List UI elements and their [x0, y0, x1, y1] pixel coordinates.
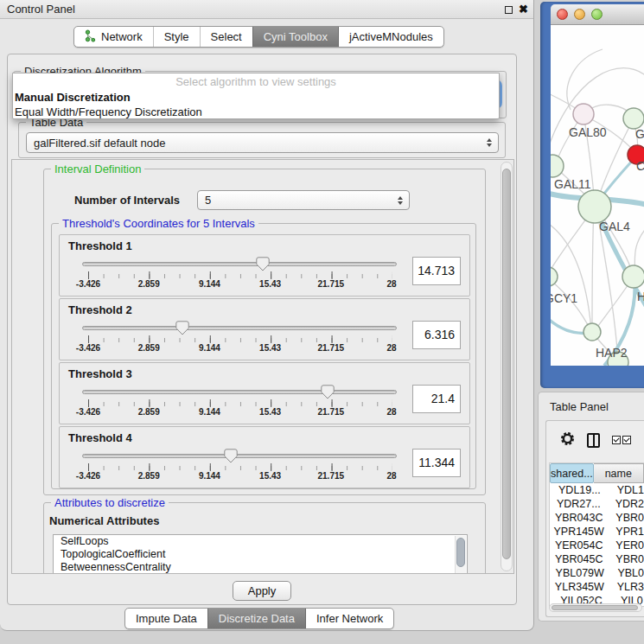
- node-label-partial-g: G: [635, 127, 644, 141]
- slider-ticks: [88, 271, 392, 279]
- tab-jactivemnodules[interactable]: jActiveMNodules: [338, 27, 443, 47]
- network-canvas[interactable]: GAL80 G C GAL11 GAL4 GCY1 H HAP2: [551, 25, 644, 366]
- tab-style-label: Style: [164, 30, 189, 43]
- tab-cyni-toolbox[interactable]: Cyni Toolbox: [252, 27, 338, 47]
- network-view-window: GAL80 G C GAL11 GAL4 GCY1 H HAP2: [540, 2, 644, 388]
- control-panel-titlebar: Control Panel ✖: [0, 0, 533, 19]
- threshold-4-box: Threshold 4 -3.426 2.859 9.144: [59, 426, 470, 488]
- slider-thumb[interactable]: [321, 385, 335, 399]
- node-gal11[interactable]: [551, 155, 564, 177]
- network-icon: [85, 29, 96, 45]
- number-of-intervals-label: Number of Intervals: [74, 194, 180, 207]
- node-label-hap2: HAP2: [596, 346, 628, 360]
- number-of-intervals-combobox[interactable]: 5: [197, 190, 410, 210]
- zoom-traffic-light[interactable]: [591, 9, 603, 20]
- list-scrollbar[interactable]: [455, 536, 466, 574]
- list-item[interactable]: SelfLoops: [54, 535, 467, 548]
- slider-track[interactable]: [82, 326, 397, 330]
- cyni-main-panel: Discretization Algorithm Select algorith…: [7, 54, 517, 605]
- threshold-1-box: Threshold 1 -3.426 2.859 9.144: [59, 234, 470, 296]
- threshold-3-label: Threshold 3: [68, 367, 461, 380]
- tab-network[interactable]: Network: [74, 27, 153, 47]
- column-settings-icon[interactable]: [587, 433, 600, 448]
- table-row[interactable]: YDL19...YDL1: [550, 483, 644, 497]
- slider-thumb[interactable]: [224, 449, 238, 463]
- checkbox-icon-1[interactable]: [612, 436, 621, 444]
- node-label-gal11: GAL11: [554, 177, 591, 191]
- network-window-titlebar: [551, 4, 644, 25]
- thresholds-group: Threshold's Coordinates for 5 Intervals …: [51, 223, 476, 489]
- algorithm-option-equal-width[interactable]: Equal Width/Frequency Discretization: [13, 105, 499, 119]
- node-gal4[interactable]: [578, 190, 611, 223]
- apply-button[interactable]: Apply: [233, 581, 291, 601]
- slider-track[interactable]: [82, 262, 397, 266]
- node-hap2[interactable]: [583, 323, 601, 341]
- table-row[interactable]: YBR043CYBR0: [550, 511, 644, 525]
- threshold-4-value-field[interactable]: 11.344: [412, 449, 461, 477]
- slider-track[interactable]: [82, 454, 397, 458]
- attributes-group: Attributes to discretize Numerical Attri…: [43, 502, 486, 574]
- node-pink[interactable]: [573, 104, 594, 124]
- threshold-1-value-field[interactable]: 14.713: [412, 257, 461, 285]
- top-tab-bar: Network Style Select Cyni Toolbox jActiv…: [73, 26, 444, 48]
- tab-infer-network[interactable]: Infer Network: [305, 609, 393, 628]
- table-horizontal-scrollbar[interactable]: [549, 603, 642, 612]
- threshold-2-value-field[interactable]: 6.316: [412, 321, 461, 349]
- tab-impute-data[interactable]: Impute Data: [125, 609, 207, 628]
- node-h[interactable]: [622, 265, 644, 288]
- close-traffic-light[interactable]: [557, 9, 568, 20]
- slider-ticks: [88, 335, 392, 343]
- gear-icon[interactable]: [560, 431, 575, 450]
- threshold-4-slider[interactable]: -3.426 2.859 9.144 15.43 21.715 28: [80, 447, 399, 481]
- table-data-combobox[interactable]: galFiltered.sif default node: [26, 132, 499, 153]
- list-item[interactable]: TopologicalCoefficient: [54, 548, 467, 561]
- slider-tick-labels: -3.426 2.859 9.144 15.43 21.715 28: [88, 343, 392, 354]
- close-icon[interactable]: ✖: [519, 5, 528, 14]
- column-header-shared-name[interactable]: shared...: [550, 463, 594, 483]
- slider-thumb[interactable]: [175, 321, 189, 335]
- tab-discretize-data[interactable]: Discretize Data: [207, 609, 305, 628]
- table-toolbar: [546, 421, 644, 459]
- node-top-right[interactable]: [623, 108, 644, 129]
- table-row[interactable]: YBL079WYBL0: [550, 566, 644, 580]
- table-row[interactable]: YBR045CYBR0: [550, 552, 644, 566]
- threshold-2-box: Threshold 2 -3.426 2.859 9.144: [59, 298, 470, 360]
- table-panel-window: Table Panel shared... name YDL19...: [538, 392, 644, 622]
- table-row[interactable]: YER054CYER0: [550, 539, 644, 552]
- slider-track[interactable]: [82, 390, 397, 394]
- tab-style[interactable]: Style: [153, 27, 200, 47]
- tab-infer-network-label: Infer Network: [316, 612, 383, 625]
- settings-vertical-scrollbar[interactable]: [501, 162, 513, 571]
- algorithm-option-manual[interactable]: Manual Discretization: [13, 90, 499, 105]
- table-panel-title: Table Panel: [550, 400, 609, 413]
- threshold-1-slider[interactable]: -3.426 2.859 9.144 15.43 21.715 28: [80, 255, 399, 290]
- threshold-2-slider[interactable]: -3.426 2.859 9.144 15.43 21.715 28: [80, 319, 399, 354]
- table-row[interactable]: YPR145WYPR1: [550, 525, 644, 539]
- minimize-traffic-light[interactable]: [574, 9, 585, 20]
- slider-ticks: [88, 399, 392, 407]
- slider-thumb[interactable]: [256, 257, 270, 271]
- algorithm-placeholder: Select algorithm to view settings: [13, 73, 499, 90]
- table-row[interactable]: YDR27...YDR2: [550, 497, 644, 511]
- node-label-partial-h: H: [637, 290, 644, 303]
- threshold-3-slider[interactable]: -3.426 2.859 9.144 15.43 21.715 28: [80, 383, 399, 418]
- numerical-attributes-list[interactable]: SelfLoops TopologicalCoefficient Between…: [53, 534, 468, 574]
- list-item[interactable]: BetweennessCentrality: [54, 561, 467, 574]
- slider-ticks: [88, 463, 392, 471]
- tab-network-label: Network: [101, 30, 143, 43]
- attributes-group-title: Attributes to discretize: [51, 496, 169, 509]
- table-data-group: Table Data galFiltered.sif default node: [18, 122, 506, 158]
- table-row[interactable]: YLR345WYLR3: [550, 580, 644, 594]
- tab-select[interactable]: Select: [200, 27, 252, 47]
- table-header-row: shared... name: [550, 463, 644, 483]
- column-header-name[interactable]: name: [594, 463, 644, 483]
- node-gcy1[interactable]: [551, 267, 558, 286]
- node-table[interactable]: shared... name YDL19...YDL1 YDR27...YDR2…: [549, 462, 644, 607]
- threshold-3-value-field[interactable]: 21.4: [412, 385, 461, 413]
- checkbox-icon-2[interactable]: [622, 436, 631, 444]
- float-window-icon[interactable]: [505, 6, 513, 14]
- threshold-1-label: Threshold 1: [68, 239, 461, 252]
- screen: Control Panel ✖ Network: [0, 0, 644, 644]
- node-label-gal4: GAL4: [599, 220, 630, 233]
- table-panel-inner: shared... name YDL19...YDL1 YDR27...YDR2…: [545, 420, 644, 617]
